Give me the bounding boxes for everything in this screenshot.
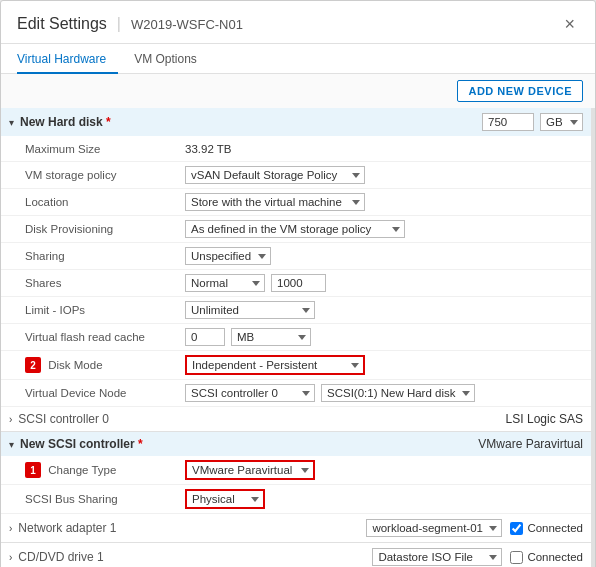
virtual-flash-cache-value: MB — [185, 328, 583, 346]
disk-mode-select[interactable]: Independent - Persistent Persistent Inde… — [185, 355, 365, 375]
network-adapter-connected-label: Connected — [510, 522, 583, 535]
location-label: Location — [25, 196, 185, 208]
sharing-row: Sharing Unspecified — [1, 243, 591, 270]
disk-mode-value: Independent - Persistent Persistent Inde… — [185, 355, 583, 375]
edit-settings-dialog: Edit Settings | W2019-WSFC-N01 × Virtual… — [0, 0, 596, 567]
network-adapter-section-header[interactable]: › Network adapter 1 workload-segment-01 … — [1, 514, 591, 543]
change-type-row: 1 Change Type VMware Paravirtual LSI Log… — [1, 456, 591, 485]
dialog-subtitle: W2019-WSFC-N01 — [131, 17, 243, 32]
new-scsi-value: VMware Paravirtual — [478, 437, 583, 451]
limit-iops-select[interactable]: Unlimited — [185, 301, 315, 319]
vm-storage-policy-value: vSAN Default Storage Policy — [185, 166, 583, 184]
network-adapter-connected-text: Connected — [527, 522, 583, 534]
maximum-size-row: Maximum Size 33.92 TB — [1, 136, 591, 162]
location-value: Store with the virtual machine — [185, 193, 583, 211]
content-area: ▾ New Hard disk * GB TB MB Maximum Size … — [1, 108, 595, 567]
scsi-bus-sharing-row: SCSI Bus Sharing Physical None Virtual — [1, 485, 591, 514]
hard-disk-title: New Hard disk * — [20, 115, 111, 129]
network-adapter-toggle-icon: › — [9, 523, 12, 534]
scsi-controller-section-header[interactable]: › SCSI controller 0 LSI Logic SAS — [1, 407, 591, 432]
disk-provisioning-value: As defined in the VM storage policy — [185, 220, 583, 238]
change-type-label: 1 Change Type — [25, 462, 185, 478]
limit-iops-label: Limit - IOPs — [25, 304, 185, 316]
change-type-value: VMware Paravirtual LSI Logic SAS LSI Log… — [185, 460, 583, 480]
scsi-controller-value: LSI Logic SAS — [506, 412, 583, 426]
disk-provisioning-label: Disk Provisioning — [25, 223, 185, 235]
new-hard-disk-section-header[interactable]: ▾ New Hard disk * GB TB MB — [1, 108, 591, 136]
tab-vm-options[interactable]: VM Options — [134, 44, 209, 74]
new-scsi-toggle-icon: ▾ — [9, 439, 14, 450]
dialog-separator: | — [117, 15, 121, 33]
vm-storage-policy-row: VM storage policy vSAN Default Storage P… — [1, 162, 591, 189]
virtual-flash-cache-input[interactable] — [185, 328, 225, 346]
network-adapter-connected-checkbox[interactable] — [510, 522, 523, 535]
location-select[interactable]: Store with the virtual machine — [185, 193, 365, 211]
virtual-flash-unit-select[interactable]: MB — [231, 328, 311, 346]
change-type-badge: 1 — [25, 462, 41, 478]
virtual-flash-cache-row: Virtual flash read cache MB — [1, 324, 591, 351]
maximum-size-value: 33.92 TB — [185, 143, 583, 155]
scsi-bus-sharing-label: SCSI Bus Sharing — [25, 493, 185, 505]
virtual-device-node-select1[interactable]: SCSI controller 0 — [185, 384, 315, 402]
scsi-controller-title: SCSI controller 0 — [18, 412, 109, 426]
close-button[interactable]: × — [560, 13, 579, 35]
disk-provisioning-row: Disk Provisioning As defined in the VM s… — [1, 216, 591, 243]
network-adapter-title: Network adapter 1 — [18, 521, 116, 535]
vm-storage-policy-label: VM storage policy — [25, 169, 185, 181]
add-new-device-button[interactable]: ADD NEW DEVICE — [457, 80, 583, 102]
virtual-device-node-value: SCSI controller 0 SCSI(0:1) New Hard dis… — [185, 384, 583, 402]
maximum-size-label: Maximum Size — [25, 143, 185, 155]
cd-dvd-connected-text: Connected — [527, 551, 583, 563]
new-scsi-controller-section-header[interactable]: ▾ New SCSI controller * VMware Paravirtu… — [1, 432, 591, 456]
disk-mode-badge: 2 — [25, 357, 41, 373]
hard-disk-toggle-icon: ▾ — [9, 117, 14, 128]
vm-storage-policy-select[interactable]: vSAN Default Storage Policy — [185, 166, 365, 184]
cd-dvd-connected-label: Connected — [510, 551, 583, 564]
dialog-toolbar: ADD NEW DEVICE — [1, 74, 595, 108]
limit-iops-row: Limit - IOPs Unlimited — [1, 297, 591, 324]
cd-dvd-toggle-icon: › — [9, 552, 12, 563]
new-scsi-required: * — [135, 437, 143, 451]
disk-mode-label: 2 Disk Mode — [25, 357, 185, 373]
hard-disk-size-input[interactable] — [482, 113, 534, 131]
tab-bar: Virtual Hardware VM Options — [1, 44, 595, 74]
cd-dvd-title: CD/DVD drive 1 — [18, 550, 103, 564]
scsi-bus-sharing-select[interactable]: Physical None Virtual — [185, 489, 265, 509]
shares-value: Normal — [185, 274, 583, 292]
limit-iops-value: Unlimited — [185, 301, 583, 319]
dialog-title: Edit Settings — [17, 15, 107, 33]
shares-label: Shares — [25, 277, 185, 289]
location-row: Location Store with the virtual machine — [1, 189, 591, 216]
sharing-select[interactable]: Unspecified — [185, 247, 271, 265]
virtual-device-node-select2[interactable]: SCSI(0:1) New Hard disk — [321, 384, 475, 402]
sharing-value: Unspecified — [185, 247, 583, 265]
cd-dvd-connected-checkbox[interactable] — [510, 551, 523, 564]
virtual-device-node-label: Virtual Device Node — [25, 387, 185, 399]
sharing-label: Sharing — [25, 250, 185, 262]
cd-dvd-section-header[interactable]: › CD/DVD drive 1 Datastore ISO File Conn… — [1, 543, 591, 567]
network-adapter-select[interactable]: workload-segment-01 — [366, 519, 502, 537]
disk-provisioning-select[interactable]: As defined in the VM storage policy — [185, 220, 405, 238]
new-scsi-title: New SCSI controller * — [20, 437, 143, 451]
change-type-select[interactable]: VMware Paravirtual LSI Logic SAS LSI Log… — [185, 460, 315, 480]
tab-virtual-hardware[interactable]: Virtual Hardware — [17, 44, 118, 74]
shares-type-select[interactable]: Normal — [185, 274, 265, 292]
virtual-flash-cache-label: Virtual flash read cache — [25, 331, 185, 343]
virtual-device-node-row: Virtual Device Node SCSI controller 0 SC… — [1, 380, 591, 407]
disk-mode-row: 2 Disk Mode Independent - Persistent Per… — [1, 351, 591, 380]
hard-disk-unit-select[interactable]: GB TB MB — [540, 113, 583, 131]
scsi-bus-sharing-value: Physical None Virtual — [185, 489, 583, 509]
hard-disk-required: * — [103, 115, 111, 129]
hard-disk-size-value: GB TB MB — [482, 113, 583, 131]
dialog-header: Edit Settings | W2019-WSFC-N01 × — [1, 1, 595, 44]
cd-dvd-select[interactable]: Datastore ISO File — [372, 548, 502, 566]
scsi-controller-toggle-icon: › — [9, 414, 12, 425]
shares-input[interactable] — [271, 274, 326, 292]
shares-row: Shares Normal — [1, 270, 591, 297]
